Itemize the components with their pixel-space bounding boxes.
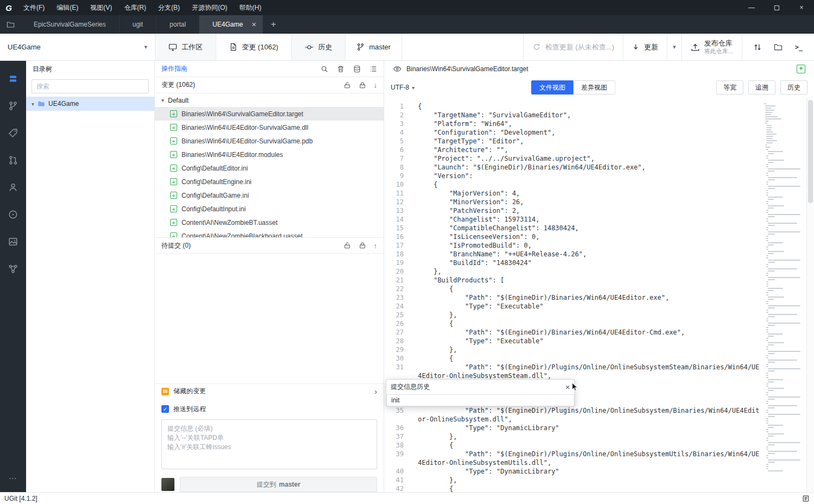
branches-icon[interactable]	[0, 92, 26, 119]
code-line: 5 "TargetType": "Editor",	[384, 137, 764, 146]
minimap-line	[766, 201, 768, 202]
menubar-item[interactable]: 分支(B)	[152, 0, 186, 15]
changed-file-row[interactable]: +Binaries\Win64\SurvivalGameEditor.targe…	[155, 107, 384, 121]
branch-icon	[356, 43, 365, 51]
repo-tab-ugit[interactable]: ugit	[120, 15, 156, 34]
tab-history[interactable]: 历史	[291, 34, 345, 60]
lock-open-icon[interactable]	[343, 81, 351, 89]
tab-workspace[interactable]: 工作区	[155, 34, 216, 60]
lock-icon[interactable]	[359, 242, 366, 249]
viewer-action-button[interactable]: 追溯	[748, 80, 775, 94]
changed-file-row[interactable]: +Config\DefaultGame.ini	[155, 188, 384, 202]
repo-tab-portal[interactable]: portal	[156, 15, 199, 34]
close-icon[interactable]: ×	[565, 383, 570, 391]
document-icon	[229, 43, 237, 51]
commit-history-item[interactable]: init	[386, 394, 574, 406]
more-icon[interactable]: ⋯	[9, 474, 18, 483]
changed-file-row[interactable]: +Config\DefaultInput.ini	[155, 202, 384, 216]
minimap-line	[768, 351, 800, 352]
viewer-action-button[interactable]: 历史	[780, 80, 807, 94]
push-to-remote-checkbox[interactable]: ✓	[161, 405, 169, 413]
merge-request-icon[interactable]	[0, 147, 26, 174]
assets-icon[interactable]	[0, 228, 26, 255]
lock-icon[interactable]	[359, 81, 366, 89]
code-review-icon[interactable]	[0, 174, 26, 201]
delete-icon[interactable]	[337, 65, 345, 73]
changed-file-row[interactable]: +Binaries\Win64\UE4Editor-SurvivalGame.d…	[155, 121, 384, 134]
menubar-item[interactable]: 文件(F)	[17, 0, 51, 15]
menubar-item[interactable]: 仓库(R)	[118, 0, 152, 15]
pipeline-icon[interactable]	[0, 255, 26, 282]
tree-node-ue4game[interactable]: ▾ UE4Game	[26, 97, 154, 111]
minimap-line	[766, 310, 768, 311]
tags-icon[interactable]	[0, 119, 26, 147]
update-button[interactable]: 更新	[623, 34, 667, 60]
add-icon[interactable]: +	[797, 65, 805, 73]
minimap-line	[766, 255, 768, 256]
scrollbar-thumb[interactable]	[808, 100, 813, 203]
minimap[interactable]	[764, 98, 806, 492]
minimap-line	[766, 455, 768, 456]
issues-icon[interactable]	[0, 201, 26, 228]
minimap-line	[766, 166, 768, 167]
changed-file-row[interactable]: +Content\AI\NewZombieBlackboard.uasset	[155, 229, 384, 237]
encoding-selector[interactable]: UTF-8 ▾	[391, 84, 415, 91]
maximize-button[interactable]	[764, 0, 789, 15]
user-avatar[interactable]	[161, 478, 174, 491]
stage-all-arrow-down-icon[interactable]: ↓	[374, 81, 378, 89]
stack-icon[interactable]	[353, 65, 361, 73]
menubar-item[interactable]: 帮助(H)	[233, 0, 267, 15]
unstage-all-arrow-up-icon[interactable]: ↑	[374, 242, 378, 250]
tab-changes[interactable]: 变更 (1062)	[216, 34, 291, 60]
main-toolbar: UE4Game ▾ 工作区 变更 (1062) 历史 master 检查更新 (…	[0, 34, 814, 61]
vertical-scrollbar[interactable]	[806, 98, 814, 492]
repo-tab-ue4game[interactable]: UE4Game×	[199, 15, 263, 34]
changed-file-row[interactable]: +Config\DefaultEngine.ini	[155, 175, 384, 188]
code-line: 6 "Architecture": "",	[384, 146, 764, 154]
staged-empty-area	[155, 254, 384, 383]
change-group-default[interactable]: ▾ Default	[155, 93, 384, 107]
changed-file-row[interactable]: +Config\DefaultEditor.ini	[155, 161, 384, 175]
repo-folder-icon[interactable]	[0, 15, 21, 34]
tree-search-input[interactable]	[36, 83, 144, 90]
search-icon[interactable]	[321, 65, 328, 73]
update-dropdown-caret[interactable]: ▾	[667, 34, 681, 60]
sync-icon[interactable]	[750, 40, 765, 55]
commit-message-input[interactable]	[162, 420, 377, 469]
changed-file-row[interactable]: +Binaries\Win64\UE4Editor.modules	[155, 148, 384, 161]
commit-button[interactable]: 提交到 master	[180, 477, 377, 492]
repo-selector[interactable]: UE4Game ▾	[0, 34, 155, 60]
check-update-button[interactable]: 检查更新 (从未检查...)	[523, 34, 623, 60]
menubar-item[interactable]: 编辑(E)	[51, 0, 84, 15]
changed-file-name: Config\DefaultGame.ini	[181, 192, 249, 199]
changed-file-name: Content\AI\NewZombieBT.uasset	[181, 219, 278, 226]
log-icon[interactable]	[802, 495, 810, 502]
lock-open-icon[interactable]	[343, 242, 351, 249]
tab-diff-view[interactable]: 差异视图	[574, 80, 616, 94]
changed-file-row[interactable]: +Content\AI\NewZombieBT.uasset	[155, 216, 384, 229]
viewer-action-button[interactable]: 等宽	[716, 80, 743, 94]
minimap-line	[766, 140, 777, 141]
minimize-button[interactable]: —	[739, 0, 764, 15]
monitor-icon	[168, 43, 177, 52]
tab-file-view[interactable]: 文件视图	[531, 80, 574, 94]
menubar-item[interactable]: 开源协同(O)	[186, 0, 233, 15]
file-status-icon[interactable]	[0, 65, 26, 92]
toolbar-spacer	[402, 34, 523, 60]
stash-section[interactable]: 储藏的变更 ›	[155, 383, 384, 399]
list-view-icon[interactable]	[370, 65, 377, 73]
menubar-item[interactable]: 视图(V)	[84, 0, 118, 15]
close-button[interactable]: ×	[789, 0, 814, 15]
open-folder-icon[interactable]	[771, 40, 786, 55]
publish-repo-button[interactable]: 发布仓库 将此仓库...	[681, 34, 742, 60]
minimap-line	[768, 451, 797, 452]
changed-file-row[interactable]: +Binaries\Win64\UE4Editor-SurvivalGame.p…	[155, 134, 384, 148]
guide-link[interactable]: 操作指南	[161, 64, 187, 73]
close-tab-icon[interactable]: ×	[252, 21, 256, 28]
repo-tab-epicsurvivalgameseries[interactable]: EpicSurvivalGameSeries	[21, 15, 120, 34]
code-text: },	[404, 311, 764, 319]
terminal-icon[interactable]: >_	[791, 40, 806, 55]
code-area[interactable]: 1{2 "TargetName": "SurvivalGameEditor",3…	[384, 98, 764, 492]
add-repo-tab-button[interactable]: +	[263, 15, 284, 34]
branch-selector[interactable]: master	[345, 34, 402, 60]
